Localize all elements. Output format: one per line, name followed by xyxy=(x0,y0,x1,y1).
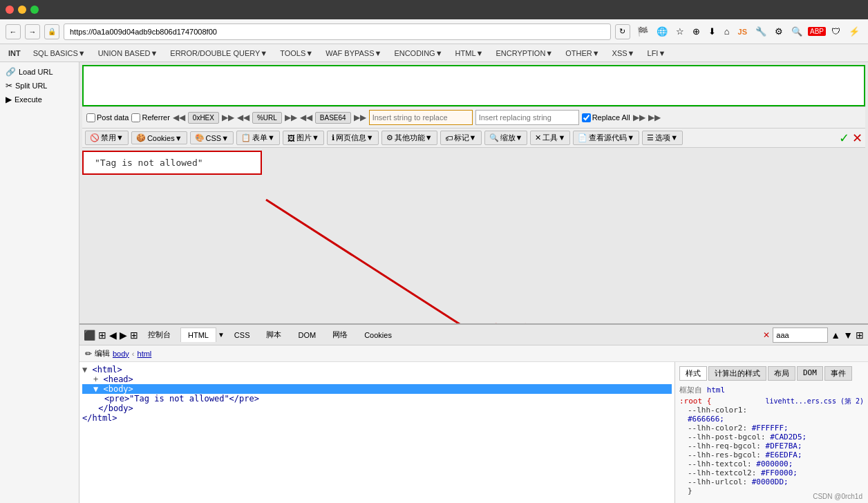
css-prop-val-5: #000000; xyxy=(756,459,793,468)
replace-all-checkbox[interactable] xyxy=(582,113,591,122)
arrow-right-5: ▶▶ xyxy=(648,113,661,122)
base64-button[interactable]: BASE64 xyxy=(315,112,351,124)
menu-lfi[interactable]: LFI▼ xyxy=(642,48,672,59)
styles-tab-style[interactable]: 样式 xyxy=(679,366,707,381)
menu-waf-bypass[interactable]: WAF BYPASS▼ xyxy=(320,48,387,59)
close-button[interactable] xyxy=(6,6,14,14)
image-icon: 🖼 xyxy=(287,134,295,142)
minimize-button[interactable] xyxy=(18,6,26,14)
cn-options-btn[interactable]: ☰ 选项▼ xyxy=(642,131,683,145)
arrow-left-2: ◀◀ xyxy=(237,113,249,122)
string-to-replace-input[interactable] xyxy=(369,110,473,125)
devtools-expand-icon[interactable]: ⊞ xyxy=(130,330,138,341)
url-textarea[interactable] xyxy=(84,66,864,105)
menu-xss[interactable]: XSS▼ xyxy=(607,48,641,59)
inherited-from-link[interactable]: html xyxy=(707,386,726,395)
menu-tools[interactable]: TOOLS▼ xyxy=(274,48,319,59)
html-dropdown-arrow[interactable]: ▼ xyxy=(218,331,225,339)
css-prop-5: --lhh-textcol: #000000; xyxy=(679,459,864,468)
cn-cookies-btn[interactable]: 🍪 Cookies▼ xyxy=(131,131,187,144)
menu-error-double[interactable]: ERROR/DOUBLE QUERY▼ xyxy=(164,48,273,59)
styles-tab-events[interactable]: 事件 xyxy=(824,366,852,381)
devtools-tab-dom[interactable]: DOM xyxy=(291,328,323,342)
menu-int[interactable]: INT xyxy=(3,48,26,59)
devtools-tab-script[interactable]: 脚本 xyxy=(259,327,288,343)
sidebar-split-url[interactable]: ✂ Split URL xyxy=(3,79,76,93)
devtools-tab-html[interactable]: HTML xyxy=(180,328,216,342)
url-input[interactable] xyxy=(64,23,611,40)
devtools-tab-network[interactable]: 网络 xyxy=(326,327,355,343)
devtools-back-icon[interactable]: ◀ xyxy=(109,330,117,341)
body-expand-arrow[interactable]: ▼ xyxy=(93,384,98,394)
replace-all-label[interactable]: Replace All xyxy=(582,113,630,122)
breadcrumb-edit-icon[interactable]: ✏ xyxy=(85,349,92,359)
devtools-tab-console[interactable]: 控制台 xyxy=(141,327,178,343)
cn-disable-btn[interactable]: 🚫 禁用▼ xyxy=(85,131,129,145)
maximize-button[interactable] xyxy=(30,6,39,14)
devtools-inspect-icon[interactable]: ⬛ xyxy=(84,330,95,341)
replacing-string-input[interactable] xyxy=(475,110,579,125)
cn-source-btn[interactable]: 📄 查看源代码▼ xyxy=(573,131,639,145)
devtools-tab-css[interactable]: CSS xyxy=(227,328,257,342)
cn-css-btn[interactable]: 🎨 CSS▼ xyxy=(190,131,234,144)
search-up-icon[interactable]: ▲ xyxy=(831,330,840,341)
menu-encoding[interactable]: ENCODING▼ xyxy=(388,48,448,59)
post-data-checkbox[interactable] xyxy=(86,113,95,122)
devtools-html-tab-group: HTML ▼ xyxy=(180,328,225,342)
menu-html[interactable]: HTML▼ xyxy=(450,48,489,59)
confirm-button[interactable]: ✓ xyxy=(839,131,849,146)
menu-union-based[interactable]: UNION BASED▼ xyxy=(93,48,164,59)
breadcrumb-body[interactable]: body xyxy=(113,350,129,358)
sidebar-split-url-label: Split URL xyxy=(15,82,47,90)
cn-tools-btn[interactable]: ✕ 工具▼ xyxy=(530,131,570,145)
html-node-body-close: </body> xyxy=(82,404,672,413)
devtools-element-icon[interactable]: ⊞ xyxy=(98,330,106,341)
arrow-left-1: ◀◀ xyxy=(173,113,185,122)
css-file-link[interactable]: livehtt...ers.css (第 2) xyxy=(766,397,864,406)
devtools-forward-icon[interactable]: ▶ xyxy=(120,330,127,341)
search-down-icon[interactable]: ▼ xyxy=(843,330,853,341)
search-x-icon[interactable]: ✕ xyxy=(763,330,770,340)
devtools-more-icon[interactable]: ⊞ xyxy=(856,330,864,341)
cn-form-btn[interactable]: 📋 表单▼ xyxy=(236,131,280,145)
forward-button[interactable]: → xyxy=(25,24,40,39)
referrer-checkbox-label[interactable]: Referrer xyxy=(131,113,169,122)
html-expand-arrow[interactable]: ▼ xyxy=(82,365,87,374)
styles-tabs: 样式 计算出的样式 布局 DOM 事件 xyxy=(679,366,864,381)
source-icon: 📄 xyxy=(578,133,587,142)
sidebar-execute[interactable]: ▶ Execute xyxy=(3,93,76,106)
css-prop-val-3: #DFE7BA; xyxy=(766,442,802,450)
cn-zoom-btn[interactable]: 🔍 缩放▼ xyxy=(484,131,528,145)
menu-other[interactable]: OTHER▼ xyxy=(560,48,605,59)
menu-encryption[interactable]: ENCRYPTION▼ xyxy=(490,48,558,59)
html-node-body[interactable]: ▼ <body> xyxy=(82,384,672,394)
breadcrumb-html[interactable]: html xyxy=(138,350,152,358)
cancel-button[interactable]: ✕ xyxy=(852,131,862,146)
css-prop-name-4: --lhh-res-bgcol: xyxy=(688,450,761,459)
refresh-button[interactable]: ↻ xyxy=(615,24,630,39)
js-badge[interactable]: JS xyxy=(735,26,750,37)
percent-url-button[interactable]: %URL xyxy=(252,112,282,124)
css-prop-name-1: --lhh-color2: xyxy=(688,424,747,433)
back-button[interactable]: ← xyxy=(6,24,21,39)
styles-tab-layout[interactable]: 布局 xyxy=(768,366,795,381)
css-prop-0: --lhh-color1: #666666; xyxy=(679,406,864,424)
head-expand-arrow[interactable]: + xyxy=(93,374,98,384)
post-data-checkbox-label[interactable]: Post data xyxy=(86,113,129,122)
devtools-search-input[interactable] xyxy=(773,328,828,343)
css-prop-4: --lhh-res-bgcol: #E6EDFA; xyxy=(679,450,864,459)
cn-info-btn[interactable]: ℹ 网页信息▼ xyxy=(327,131,379,145)
devtools-tab-cookies[interactable]: Cookies xyxy=(357,328,399,342)
menu-sql-basics[interactable]: SQL BASICS▼ xyxy=(28,48,91,59)
browser-frame: ← → 🔒 ↻ 🏁 🌐 ☆ ⊕ ⬇ ⌂ JS 🔧 ⚙ 🔍 ABP 🛡 ⚡ INT… xyxy=(0,0,868,503)
styles-tab-computed[interactable]: 计算出的样式 xyxy=(708,366,766,381)
referrer-checkbox[interactable] xyxy=(131,113,140,122)
cn-image-btn[interactable]: 🖼 图片▼ xyxy=(283,131,324,145)
svg-line-1 xyxy=(266,200,508,323)
sidebar-load-url[interactable]: 🔗 Load URL xyxy=(3,65,76,79)
html-tag-html-open: <html> xyxy=(92,365,122,374)
styles-tab-dom[interactable]: DOM xyxy=(797,366,823,381)
cn-other-btn[interactable]: ⚙ 其他功能▼ xyxy=(381,131,437,145)
hex-button[interactable]: 0xHEX xyxy=(188,112,219,124)
cn-mark-btn[interactable]: 🏷 标记▼ xyxy=(440,131,482,145)
